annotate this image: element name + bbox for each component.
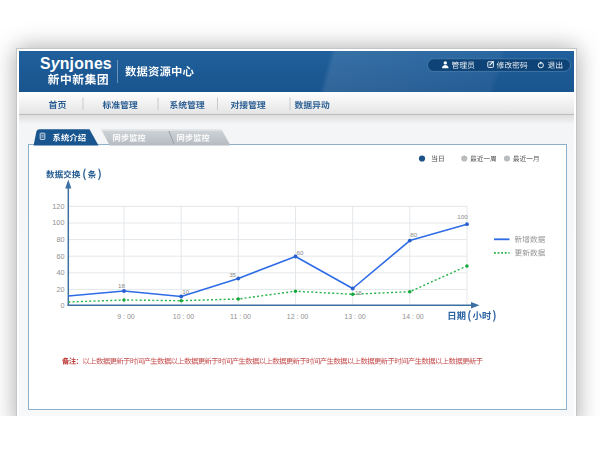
svg-text:18: 18: [118, 282, 125, 289]
svg-text:40: 40: [56, 268, 64, 277]
svg-text:120: 120: [52, 202, 64, 211]
svg-text:11 : 00: 11 : 00: [230, 313, 251, 320]
svg-text:0: 0: [60, 301, 64, 310]
svg-text:15: 15: [355, 289, 362, 296]
svg-text:10 : 00: 10 : 00: [173, 313, 195, 320]
svg-text:100: 100: [52, 218, 64, 227]
svg-text:14 : 00: 14 : 00: [402, 313, 424, 320]
svg-text:35: 35: [229, 271, 236, 278]
svg-text:Synjones: Synjones: [40, 55, 112, 72]
svg-text:9 : 00: 9 : 00: [117, 313, 135, 320]
svg-text:20: 20: [56, 285, 64, 294]
svg-text:60: 60: [56, 252, 64, 261]
svg-text:80: 80: [56, 235, 64, 244]
svg-text:100: 100: [457, 213, 468, 220]
svg-text:80: 80: [410, 231, 417, 238]
svg-text:60: 60: [297, 249, 304, 256]
svg-text:12 : 00: 12 : 00: [287, 313, 309, 320]
svg-text:10: 10: [182, 288, 189, 295]
svg-text:13 : 00: 13 : 00: [344, 313, 366, 320]
